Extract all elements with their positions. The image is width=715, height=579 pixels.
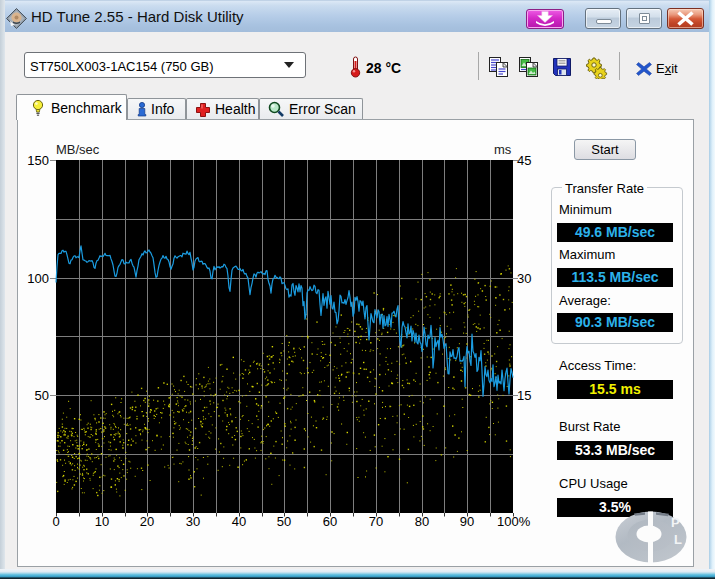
svg-text:L: L <box>674 532 682 547</box>
svg-text:P: P <box>671 515 680 530</box>
